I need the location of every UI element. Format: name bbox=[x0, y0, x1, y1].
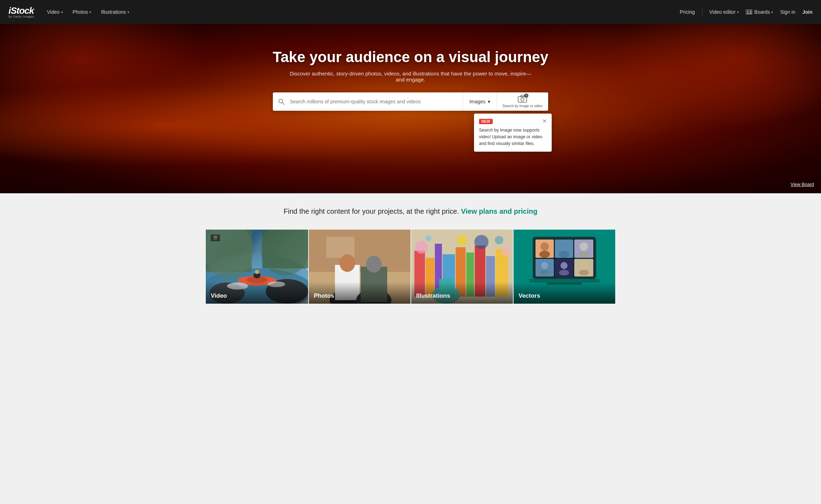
svg-point-60 bbox=[579, 251, 589, 258]
svg-point-45 bbox=[501, 245, 511, 256]
svg-point-44 bbox=[415, 241, 428, 254]
svg-point-62 bbox=[540, 270, 550, 275]
pricing-link[interactable]: View plans and pricing bbox=[461, 207, 537, 215]
nav-pricing[interactable]: Pricing bbox=[680, 9, 695, 15]
svg-point-61 bbox=[541, 262, 548, 269]
chevron-down-icon: ▾ bbox=[771, 10, 773, 14]
svg-point-63 bbox=[561, 262, 568, 269]
card-video[interactable]: 🎬 Video bbox=[206, 230, 308, 304]
camera-icon: 5 bbox=[518, 95, 527, 104]
svg-point-43 bbox=[495, 236, 503, 244]
card-photos-label: Photos bbox=[309, 282, 410, 304]
view-board-link[interactable]: View Board bbox=[791, 182, 814, 187]
nav-join[interactable]: Join bbox=[802, 9, 813, 15]
new-badge: NEW bbox=[479, 119, 493, 124]
svg-line-1 bbox=[282, 103, 284, 105]
svg-point-65 bbox=[580, 262, 587, 269]
card-grid: 🎬 Video bbox=[206, 230, 615, 304]
chevron-down-icon: ▾ bbox=[737, 10, 739, 14]
svg-rect-4 bbox=[521, 95, 524, 97]
svg-rect-21 bbox=[326, 237, 354, 258]
search-input[interactable] bbox=[290, 92, 463, 111]
nav-photos[interactable]: Photos ▾ bbox=[73, 9, 91, 15]
svg-point-24 bbox=[340, 254, 355, 272]
hero-content: Take your audience on a visual journey D… bbox=[0, 24, 821, 111]
svg-point-58 bbox=[559, 251, 569, 258]
chevron-down-icon: ▾ bbox=[127, 10, 129, 14]
boards-grid-icon bbox=[746, 10, 752, 14]
card-illustrations-label: Illustrations bbox=[411, 282, 513, 304]
svg-point-42 bbox=[474, 235, 489, 249]
svg-point-38 bbox=[457, 235, 467, 245]
card-vectors[interactable]: Vectors bbox=[514, 230, 615, 304]
chevron-down-icon: ▾ bbox=[89, 10, 91, 14]
visual-search-button[interactable]: 5 Search by image or video bbox=[497, 92, 548, 111]
hero-title: Take your audience on a visual journey bbox=[272, 49, 548, 66]
nav-illustrations[interactable]: Illustrations ▾ bbox=[101, 9, 129, 15]
chevron-down-icon: ▾ bbox=[488, 99, 490, 104]
card-photos[interactable]: Photos bbox=[309, 230, 410, 304]
video-camera-icon: 🎬 bbox=[211, 235, 220, 241]
card-video-label: Video bbox=[206, 282, 308, 304]
navbar: iStock by Getty Images Video ▾ Photos ▾ … bbox=[0, 0, 821, 24]
tooltip-header: NEW ✕ bbox=[479, 119, 547, 124]
svg-point-3 bbox=[521, 98, 524, 101]
logo-sub: by Getty Images bbox=[8, 15, 34, 18]
navbar-left: iStock by Getty Images Video ▾ Photos ▾ … bbox=[8, 6, 129, 18]
nav-video[interactable]: Video ▾ bbox=[47, 9, 63, 15]
svg-point-57 bbox=[560, 242, 568, 251]
svg-point-12 bbox=[255, 270, 259, 274]
hero-subtitle: Discover authentic, story-driven photos,… bbox=[287, 71, 534, 83]
nav-video-editor[interactable]: Video editor ▾ bbox=[709, 9, 739, 15]
search-type-button[interactable]: Images ▾ bbox=[463, 92, 497, 111]
svg-point-66 bbox=[579, 270, 589, 275]
svg-point-59 bbox=[580, 242, 588, 251]
navbar-right: Pricing Video editor ▾ Boards ▾ Sign in … bbox=[680, 8, 813, 16]
pricing-text: Find the right content for your projects… bbox=[7, 207, 814, 215]
search-icon bbox=[273, 92, 290, 111]
logo[interactable]: iStock by Getty Images bbox=[8, 6, 34, 18]
cards-section: 🎬 Video bbox=[0, 223, 821, 314]
close-icon[interactable]: ✕ bbox=[542, 119, 547, 124]
nav-boards[interactable]: Boards ▾ bbox=[746, 9, 773, 15]
card-illustrations[interactable]: Illustrations bbox=[411, 230, 513, 304]
nav-signin[interactable]: Sign in bbox=[780, 9, 795, 15]
hero-section: Take your audience on a visual journey D… bbox=[0, 24, 821, 193]
nav-divider bbox=[702, 8, 702, 16]
card-vectors-label: Vectors bbox=[514, 282, 615, 304]
svg-point-39 bbox=[426, 236, 431, 241]
svg-point-55 bbox=[540, 242, 549, 251]
svg-point-56 bbox=[539, 251, 550, 258]
tooltip-text: Search by image now supports video! Uplo… bbox=[479, 127, 547, 147]
svg-point-64 bbox=[559, 270, 569, 275]
svg-point-27 bbox=[366, 256, 382, 273]
chevron-down-icon: ▾ bbox=[61, 10, 63, 14]
logo-istock: iStock bbox=[8, 6, 34, 15]
pricing-section: Find the right content for your projects… bbox=[0, 193, 821, 223]
visual-search-tooltip: NEW ✕ Search by image now supports video… bbox=[474, 114, 552, 152]
search-bar: Images ▾ 5 Search by image or video NEW bbox=[273, 92, 548, 111]
badge: 5 bbox=[524, 93, 528, 98]
